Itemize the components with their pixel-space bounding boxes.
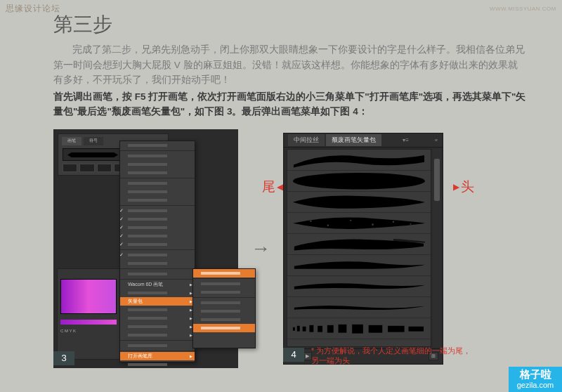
gezila-url: gezila.com [517, 381, 554, 390]
submenu-item-highlight[interactable] [193, 269, 255, 277]
step-label-3: 3 [53, 351, 74, 365]
brush-stroke-3[interactable] [287, 192, 431, 213]
svg-rect-15 [369, 325, 383, 333]
step-label-4: 4 [283, 348, 304, 362]
brush-stroke-4[interactable] [287, 213, 431, 234]
brush-stroke-8[interactable] [287, 297, 431, 318]
hue-slider [60, 320, 117, 325]
screenshot-4-wrapper: 尾◀ ▶头 中间拉丝 颓废画笔矢量包 ▾≡ « [283, 133, 443, 365]
triangle-left-icon: ◀ [277, 182, 283, 192]
svg-rect-7 [293, 327, 295, 331]
footnote-text: * 为方便解说，我个人定义画笔细的一端为尾，另一端为头 [311, 346, 473, 366]
brush-mini-row [63, 164, 129, 172]
color-panel: C M Y K [57, 268, 122, 360]
menu-item-wacom[interactable]: Wacom 6D 画笔 [120, 280, 195, 289]
panel-menu-icon[interactable]: ▾≡ [403, 137, 410, 143]
brush-stroke-6[interactable] [287, 255, 431, 276]
brush-stroke-1[interactable] [287, 150, 431, 171]
svg-point-3 [350, 220, 351, 221]
svg-point-4 [372, 223, 374, 226]
submenu-item-highlight-2[interactable] [193, 324, 255, 332]
svg-rect-10 [309, 325, 313, 332]
brush-stroke-5[interactable] [287, 234, 431, 255]
svg-point-2 [327, 224, 329, 226]
svg-rect-12 [327, 325, 334, 333]
svg-point-1 [310, 221, 311, 222]
svg-rect-14 [352, 325, 363, 334]
brush-stroke-2[interactable] [287, 171, 431, 192]
svg-rect-17 [408, 327, 424, 332]
brush-stroke-7[interactable] [287, 276, 431, 297]
panel-tab-2[interactable]: 颓废画笔矢量包 [326, 134, 381, 146]
paragraph-intro: 完成了第二步，兄弟先别急动手，闭上你那双大眼睛想象一下你要设计的字是什么样子。我… [53, 42, 527, 88]
step-title: 第三步 [53, 11, 527, 38]
svg-rect-9 [303, 327, 306, 332]
watermark-top-left: 思缘设计论坛 [6, 3, 60, 15]
menu-item-open-brush-library[interactable]: 打开画笔库 [120, 352, 195, 360]
brush-list [287, 149, 431, 347]
head-marker: ▶头 [453, 178, 474, 196]
gezila-watermark: 格子啦 gezila.com [509, 367, 562, 392]
svg-point-5 [393, 221, 394, 223]
svg-rect-8 [297, 326, 300, 332]
screenshot-3: 画笔 符号 C M Y K [53, 129, 238, 368]
brush-stroke-9[interactable] [287, 318, 431, 339]
tail-marker: 尾◀ [262, 178, 283, 196]
color-gradient [60, 279, 117, 314]
screenshot-4: 中间拉丝 颓废画笔矢量包 ▾≡ « [283, 133, 443, 365]
context-menu-1: Wacom 6D 画笔 矢量包 打开画笔库 [119, 141, 195, 362]
watermark-top-right: WWW.MISSYUAN.COM [490, 6, 556, 12]
arrow-icon: → [238, 237, 283, 260]
context-menu-2 [192, 268, 256, 348]
svg-point-6 [410, 223, 411, 225]
screenshot-3-wrapper: 画笔 符号 C M Y K [53, 129, 238, 368]
scrollbar-thumb[interactable] [434, 159, 440, 201]
panel-tab-1[interactable]: 中间拉丝 [288, 134, 325, 146]
panel-tabs: 中间拉丝 颓废画笔矢量包 ▾≡ « [284, 133, 443, 148]
panel-close-icon[interactable]: « [433, 137, 440, 143]
svg-point-0 [293, 173, 425, 190]
svg-rect-11 [318, 326, 322, 332]
svg-rect-13 [339, 325, 347, 333]
triangle-right-icon: ▶ [453, 182, 459, 192]
toolbar-tab: 画笔 [62, 137, 81, 145]
toolbar-tab: 符号 [84, 137, 103, 145]
gezila-name: 格子啦 [520, 368, 551, 381]
screenshot-row: 画笔 符号 C M Y K [53, 129, 527, 368]
brush-preview [63, 148, 126, 161]
svg-rect-16 [388, 326, 405, 332]
color-fields: C M Y K [60, 328, 76, 334]
scrollbar[interactable] [433, 149, 441, 347]
menu-item-vector-pack[interactable]: 矢量包 [120, 297, 195, 306]
page-content: 第三步 完成了第二步，兄弟先别急动手，闭上你那双大眼睛想象一下你要设计的字是什么… [0, 0, 562, 368]
paragraph-instruction: 首先调出画笔，按 F5 打开画笔，依次打开画笔面版右边的小三角菜单下"打开画笔库… [53, 89, 527, 119]
